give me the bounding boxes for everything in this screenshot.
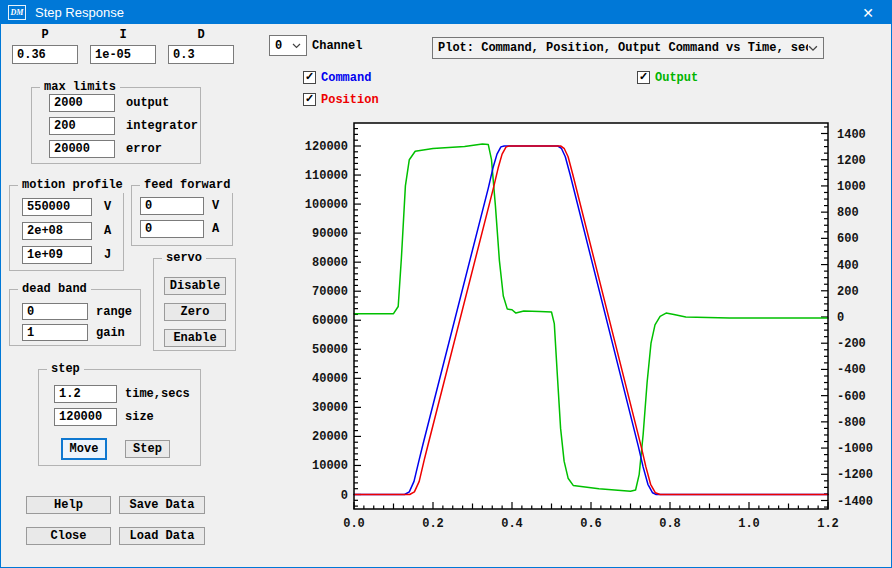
svg-text:120000: 120000	[305, 140, 348, 154]
max-error-input[interactable]	[49, 140, 115, 158]
svg-text:0.2: 0.2	[422, 517, 444, 531]
ff-v-label: V	[212, 199, 219, 213]
svg-text:40000: 40000	[312, 372, 348, 386]
svg-text:80000: 80000	[312, 256, 348, 270]
check-icon: ✓	[639, 70, 648, 82]
step-time-label: time,secs	[125, 387, 190, 401]
svg-text:200: 200	[837, 285, 859, 299]
channel-label: Channel	[312, 39, 362, 53]
profile-j-input[interactable]	[22, 246, 92, 264]
chevron-down-icon	[292, 43, 301, 49]
move-button[interactable]: Move	[61, 438, 107, 460]
step-title: step	[47, 362, 84, 377]
save-data-button[interactable]: Save Data	[119, 496, 205, 514]
svg-text:-1200: -1200	[837, 468, 873, 482]
command-checkbox-label: Command	[321, 71, 371, 85]
position-checkbox-label: Position	[321, 93, 379, 107]
svg-text:0.0: 0.0	[343, 517, 365, 531]
svg-text:-800: -800	[837, 416, 866, 430]
position-checkbox[interactable]: ✓	[303, 93, 316, 106]
max-integrator-label: integrator	[126, 119, 198, 133]
output-checkbox-label: Output	[655, 71, 698, 85]
plot-select[interactable]: Plot: Command, Position, Output Command …	[432, 37, 824, 59]
step-button[interactable]: Step	[125, 440, 170, 458]
max-error-label: error	[126, 142, 162, 156]
titlebar: DM Step Response ✕	[1, 1, 891, 24]
max-limits-group: max limits output integrator error	[31, 87, 201, 164]
servo-title: servo	[162, 251, 206, 266]
svg-text:0.6: 0.6	[580, 517, 602, 531]
window-title: Step Response	[35, 5, 124, 20]
close-dialog-button[interactable]: Close	[26, 527, 111, 545]
svg-text:-200: -200	[837, 337, 866, 351]
step-size-label: size	[125, 410, 154, 424]
deadband-range-label: range	[96, 305, 132, 319]
max-integrator-input[interactable]	[49, 117, 115, 135]
ff-a-input[interactable]	[140, 220, 204, 238]
check-icon: ✓	[305, 92, 314, 104]
svg-text:60000: 60000	[312, 314, 348, 328]
dead-band-group: dead band range gain	[9, 289, 141, 346]
svg-text:800: 800	[837, 206, 859, 220]
p-input[interactable]	[12, 45, 78, 64]
svg-text:-600: -600	[837, 390, 866, 404]
load-data-button[interactable]: Load Data	[119, 527, 205, 545]
svg-text:1200: 1200	[837, 154, 866, 168]
profile-j-label: J	[104, 248, 111, 262]
max-output-label: output	[126, 96, 169, 110]
svg-text:400: 400	[837, 259, 859, 273]
profile-a-input[interactable]	[22, 222, 92, 240]
help-button[interactable]: Help	[26, 496, 111, 514]
deadband-gain-label: gain	[96, 326, 125, 340]
feed-forward-group: feed forward V A	[131, 185, 233, 246]
svg-text:90000: 90000	[312, 227, 348, 241]
step-time-input[interactable]	[54, 385, 117, 403]
check-icon: ✓	[305, 70, 314, 82]
command-checkbox[interactable]: ✓	[303, 71, 316, 84]
disable-button[interactable]: Disable	[164, 277, 226, 295]
ff-v-input[interactable]	[140, 197, 204, 215]
svg-text:1.2: 1.2	[817, 517, 839, 531]
profile-v-label: V	[104, 200, 111, 214]
deadband-range-input[interactable]	[22, 303, 88, 320]
i-input[interactable]	[90, 45, 156, 64]
max-output-input[interactable]	[49, 94, 115, 112]
d-input[interactable]	[168, 45, 234, 64]
svg-text:600: 600	[837, 232, 859, 246]
deadband-gain-input[interactable]	[22, 324, 88, 341]
motion-profile-group: motion profile V A J	[9, 185, 124, 271]
motion-profile-title: motion profile	[18, 178, 127, 193]
plot-select-value: Plot: Command, Position, Output Command …	[438, 41, 808, 55]
i-label: I	[90, 28, 156, 42]
close-icon: ✕	[862, 5, 874, 21]
svg-text:1000: 1000	[837, 180, 866, 194]
servo-group: servo Disable Zero Enable	[153, 258, 236, 351]
close-button[interactable]: ✕	[845, 1, 891, 24]
feed-forward-title: feed forward	[140, 178, 234, 193]
svg-text:0.4: 0.4	[501, 517, 523, 531]
d-label: D	[168, 28, 234, 42]
p-label: P	[12, 28, 78, 42]
profile-v-input[interactable]	[22, 198, 92, 216]
step-response-plot: 0100002000030000400005000060000700008000…	[301, 111, 892, 567]
channel-select[interactable]: 0	[269, 35, 307, 56]
svg-text:0: 0	[341, 489, 348, 503]
svg-text:-400: -400	[837, 363, 866, 377]
channel-value: 0	[275, 39, 282, 53]
step-group: step time,secs size Move Step	[38, 369, 201, 466]
svg-text:20000: 20000	[312, 430, 348, 444]
svg-text:100000: 100000	[305, 198, 348, 212]
enable-button[interactable]: Enable	[164, 329, 226, 347]
profile-a-label: A	[104, 224, 111, 238]
svg-text:0: 0	[837, 311, 844, 325]
step-size-input[interactable]	[54, 408, 117, 426]
dead-band-title: dead band	[18, 282, 91, 297]
svg-text:1400: 1400	[837, 128, 866, 142]
svg-text:10000: 10000	[312, 459, 348, 473]
svg-text:-1400: -1400	[837, 495, 873, 509]
output-checkbox[interactable]: ✓	[637, 71, 650, 84]
step-response-dialog: DM Step Response ✕ P I D 0 Channel Plot:…	[0, 0, 892, 568]
svg-text:50000: 50000	[312, 343, 348, 357]
zero-button[interactable]: Zero	[164, 303, 226, 321]
svg-text:110000: 110000	[305, 169, 348, 183]
